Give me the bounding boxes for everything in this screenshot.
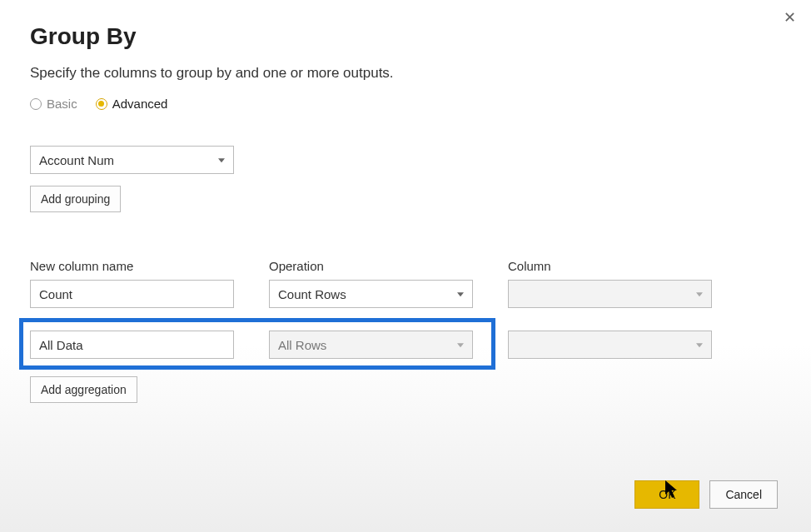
cancel-button[interactable]: Cancel — [709, 480, 778, 509]
operation-dropdown[interactable]: All Rows — [269, 331, 473, 359]
dialog-subtitle: Specify the columns to group by and one … — [30, 65, 781, 82]
new-column-name-input[interactable] — [30, 331, 234, 359]
chevron-down-icon — [457, 292, 464, 296]
header-new-column-name: New column name — [30, 259, 234, 273]
new-column-name-input[interactable] — [30, 280, 234, 308]
dialog-footer: OK Cancel — [634, 480, 778, 509]
column-dropdown[interactable] — [508, 280, 712, 308]
aggregation-row: All Rows — [30, 331, 485, 359]
radio-basic[interactable]: Basic — [30, 97, 77, 111]
radio-icon — [30, 98, 42, 110]
operation-dropdown[interactable]: Count Rows — [269, 280, 473, 308]
ok-button[interactable]: OK — [634, 480, 699, 509]
chevron-down-icon — [218, 158, 225, 162]
radio-advanced[interactable]: Advanced — [96, 97, 168, 111]
aggregation-row: Count Rows — [30, 280, 781, 308]
group-by-dialog: Group By Specify the columns to group by… — [0, 0, 811, 403]
highlighted-aggregation: All Rows — [19, 318, 495, 370]
operation-value: Count Rows — [278, 287, 346, 301]
close-icon[interactable]: ✕ — [782, 8, 798, 27]
chevron-down-icon — [696, 292, 703, 296]
aggregation-headers: New column name Operation Column — [30, 259, 781, 273]
dialog-title: Group By — [30, 23, 781, 50]
header-column: Column — [508, 259, 712, 273]
chevron-down-icon — [696, 343, 703, 347]
radio-advanced-label: Advanced — [112, 97, 168, 111]
header-operation: Operation — [269, 259, 473, 273]
radio-icon — [96, 98, 107, 110]
add-aggregation-button[interactable]: Add aggregation — [30, 376, 137, 403]
grouping-column-dropdown[interactable]: Account Num — [30, 146, 234, 174]
radio-basic-label: Basic — [47, 97, 77, 111]
chevron-down-icon — [457, 343, 464, 347]
add-grouping-button[interactable]: Add grouping — [30, 186, 121, 212]
operation-value: All Rows — [278, 338, 326, 352]
column-dropdown[interactable] — [508, 331, 712, 359]
mode-radio-group: Basic Advanced — [30, 97, 781, 111]
grouping-column-value: Account Num — [39, 153, 114, 167]
